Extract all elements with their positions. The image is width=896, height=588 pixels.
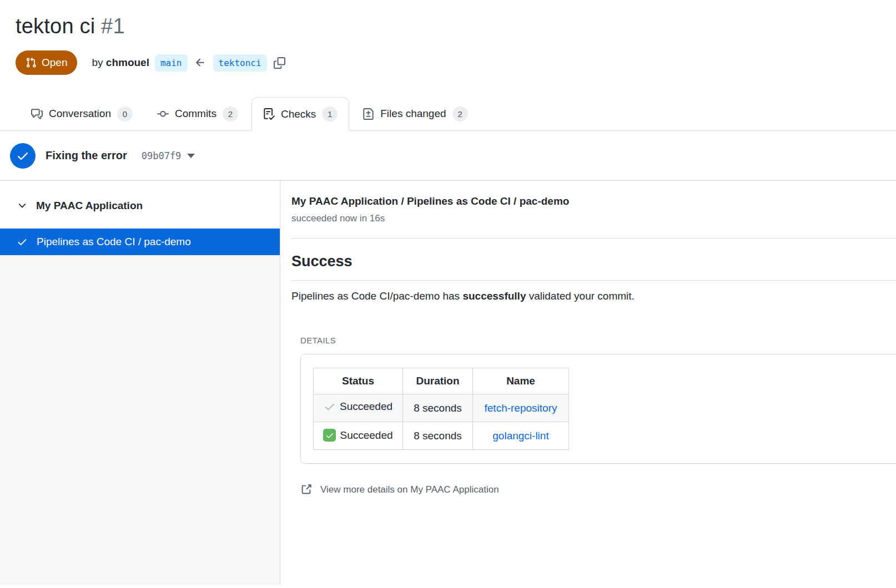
summary-bold: successfully xyxy=(462,290,526,302)
task-link-fetch-repository[interactable]: fetch-repository xyxy=(485,402,557,414)
result-summary: Pipelines as Code CI/pac-demo has succes… xyxy=(291,290,896,302)
tab-label: Files changed xyxy=(380,108,446,120)
chevron-down-icon xyxy=(17,200,28,211)
details-box: Status Duration Name xyxy=(300,354,896,464)
pr-state-row: Open by chmouel main tektonci xyxy=(16,50,880,75)
tab-label: Checks xyxy=(281,108,316,120)
pr-tab-nav: Conversation 0 Commits 2 Checks 1 Files … xyxy=(0,97,896,131)
page-title: tekton ci #1 xyxy=(16,14,880,38)
commit-message: Fixing the error xyxy=(46,149,127,162)
comment-discussion-icon xyxy=(31,108,43,120)
details-label: DETAILS xyxy=(300,336,896,345)
tab-label: Commits xyxy=(175,108,217,120)
pr-title-text: tekton ci xyxy=(16,14,95,38)
tab-counter: 1 xyxy=(322,107,338,121)
check-success-icon xyxy=(17,236,28,247)
gray-check-icon xyxy=(324,401,336,413)
copy-branch-icon[interactable] xyxy=(274,57,285,69)
status-text: Succeeded xyxy=(340,429,392,442)
table-row: Succeeded 8 seconds fetch-repository xyxy=(314,394,569,422)
check-suite-header[interactable]: My PAAC Application xyxy=(0,181,280,229)
tab-files-changed[interactable]: Files changed 2 xyxy=(351,97,479,130)
result-heading: Success xyxy=(291,253,896,270)
check-run-label: Pipelines as Code CI / pac-demo xyxy=(37,236,191,248)
tab-commits[interactable]: Commits 2 xyxy=(146,97,249,130)
external-link-icon xyxy=(300,484,312,495)
divider xyxy=(291,280,896,281)
checklist-icon xyxy=(263,108,275,120)
check-suite-label: My PAAC Application xyxy=(36,200,143,212)
base-branch-label: main xyxy=(155,54,188,72)
check-run-status-text: succeeded now in 16s xyxy=(291,213,896,224)
tab-counter: 0 xyxy=(117,107,133,121)
checks-sidebar: My PAAC Application Pipelines as Code CI… xyxy=(0,181,280,585)
table-row: Succeeded 8 seconds golangci-lint xyxy=(314,422,569,450)
pr-state-label: Open xyxy=(42,57,67,69)
commit-dropdown-caret-icon[interactable] xyxy=(187,154,195,158)
pr-header: tekton ci #1 Open by chmouel main tekton… xyxy=(0,0,896,75)
green-check-icon xyxy=(323,429,336,442)
tab-label: Conversation xyxy=(49,108,111,120)
column-header-duration: Duration xyxy=(403,368,473,394)
commit-sha: 09b07f9 xyxy=(142,150,182,161)
view-more-details-link[interactable]: View more details on My PAAC Application xyxy=(300,484,499,495)
file-diff-icon xyxy=(363,108,374,120)
status-cell: Succeeded xyxy=(324,401,392,413)
view-more-details-label: View more details on My PAAC Application xyxy=(320,484,499,495)
check-suite-group: My PAAC Application Pipelines as Code CI… xyxy=(0,181,280,255)
status-cell: Succeeded xyxy=(323,429,392,442)
sidebar-item-pac-demo[interactable]: Pipelines as Code CI / pac-demo xyxy=(0,229,280,255)
tab-checks[interactable]: Checks 1 xyxy=(251,97,349,131)
checks-content: My PAAC Application Pipelines as Code CI… xyxy=(0,181,896,585)
column-header-status: Status xyxy=(314,368,403,394)
commit-success-check-icon xyxy=(10,143,36,169)
details-section: DETAILS Status Duration Name xyxy=(300,336,896,498)
pr-state-badge: Open xyxy=(16,50,77,75)
pr-number: #1 xyxy=(101,14,125,38)
duration-cell: 8 seconds xyxy=(403,394,473,422)
pr-byline: by chmouel xyxy=(92,57,149,69)
head-branch-label: tektonci xyxy=(213,54,267,72)
duration-cell: 8 seconds xyxy=(403,422,473,450)
check-run-panel: My PAAC Application / Pipelines as Code … xyxy=(280,181,896,585)
column-header-name: Name xyxy=(473,368,569,394)
commit-status-bar: Fixing the error 09b07f9 xyxy=(0,131,896,181)
git-commit-icon xyxy=(157,108,169,120)
pr-author: chmouel xyxy=(106,57,149,68)
tab-counter: 2 xyxy=(452,107,468,121)
git-pull-request-icon xyxy=(26,57,37,68)
tab-counter: 2 xyxy=(223,107,238,121)
status-text: Succeeded xyxy=(340,401,392,413)
tab-conversation[interactable]: Conversation 0 xyxy=(20,97,144,130)
arrow-left-icon xyxy=(194,57,207,69)
check-run-title: My PAAC Application / Pipelines as Code … xyxy=(291,195,896,207)
divider xyxy=(291,238,896,239)
task-results-table: Status Duration Name xyxy=(313,368,569,450)
task-link-golangci-lint[interactable]: golangci-lint xyxy=(492,430,548,442)
by-label: by xyxy=(92,57,103,68)
table-header-row: Status Duration Name xyxy=(314,368,569,394)
